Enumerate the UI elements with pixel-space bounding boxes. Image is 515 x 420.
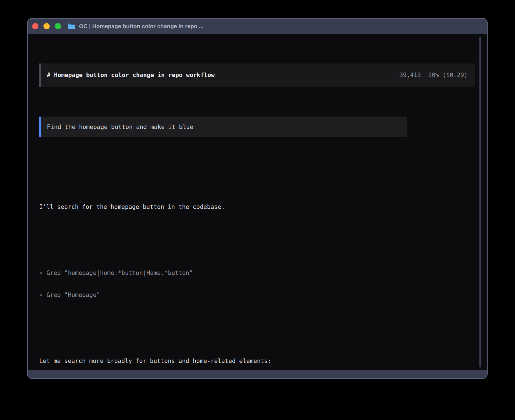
titlebar: OC | Homepage button color change in rep… xyxy=(28,19,487,34)
assistant-text: I'll search for the homepage button in t… xyxy=(39,203,487,211)
minimize-button[interactable] xyxy=(43,23,50,29)
folder-icon xyxy=(67,23,76,30)
tool-call-text: Grep "homepage|home.*button|Home.*button… xyxy=(47,270,193,276)
token-count: 39,413 xyxy=(400,71,421,79)
assistant-text: Let me search more broadly for buttons a… xyxy=(39,357,487,365)
transcript: I'll search for the homepage button in t… xyxy=(39,167,487,379)
terminal-window: OC | Homepage button color change in rep… xyxy=(27,18,488,379)
session-stats: 39,413 20% ($0.29) xyxy=(400,71,468,79)
context-percent: 20% xyxy=(428,71,439,79)
terminal-content: # Homepage button color change in repo w… xyxy=(28,34,487,370)
zoom-button[interactable] xyxy=(55,23,61,29)
tool-asterisk-icon: ∗ xyxy=(39,291,43,299)
tool-call-text: Grep "Homepage" xyxy=(47,292,100,298)
scrollbar[interactable] xyxy=(479,37,481,368)
window-title: OC | Homepage button color change in rep… xyxy=(79,23,204,30)
window-controls xyxy=(32,23,61,29)
session-header-panel: # Homepage button color change in repo w… xyxy=(39,64,475,87)
close-button[interactable] xyxy=(32,23,38,29)
session-cost: ($0.29) xyxy=(442,71,468,79)
tool-call-line: ∗Grep "homepage|home.*button|Home.*butto… xyxy=(39,269,487,277)
user-message-panel: Find the homepage button and make it blu… xyxy=(39,117,407,137)
session-title: # Homepage button color change in repo w… xyxy=(47,71,215,79)
tool-call-line: ∗Grep "Homepage" xyxy=(39,291,487,299)
tool-asterisk-icon: ∗ xyxy=(39,269,43,277)
user-message-text: Find the homepage button and make it blu… xyxy=(47,123,193,131)
